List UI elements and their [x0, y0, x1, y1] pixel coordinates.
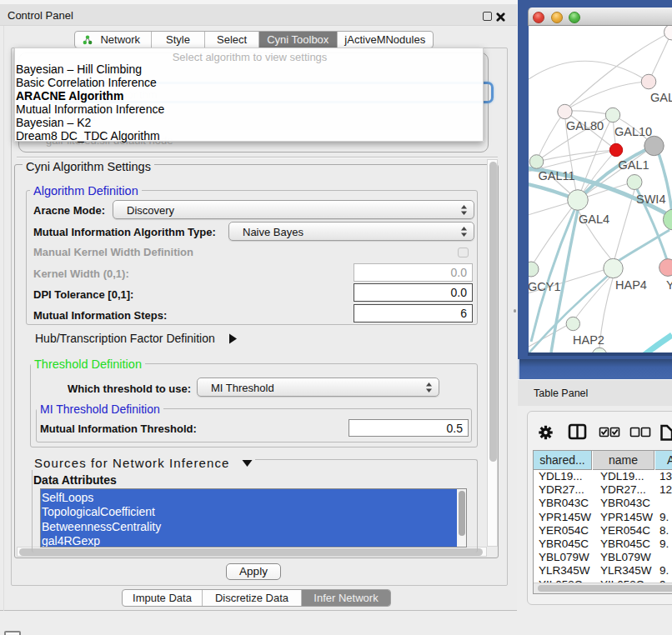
svg-text:GAL4: GAL4 [579, 212, 609, 226]
svg-text:GAL10: GAL10 [614, 125, 652, 138]
svg-text:GAL11: GAL11 [539, 169, 575, 182]
svg-text:GAL80: GAL80 [566, 119, 604, 132]
svg-text:Y: Y [666, 278, 672, 292]
svg-text:HAP4: HAP4 [615, 278, 647, 292]
svg-text:SWI4: SWI4 [636, 192, 665, 206]
svg-text:GAL1: GAL1 [619, 158, 649, 172]
svg-text:GCY1: GCY1 [529, 280, 561, 293]
svg-text:GAL2: GAL2 [650, 91, 672, 104]
svg-text:HAP2: HAP2 [573, 333, 604, 347]
